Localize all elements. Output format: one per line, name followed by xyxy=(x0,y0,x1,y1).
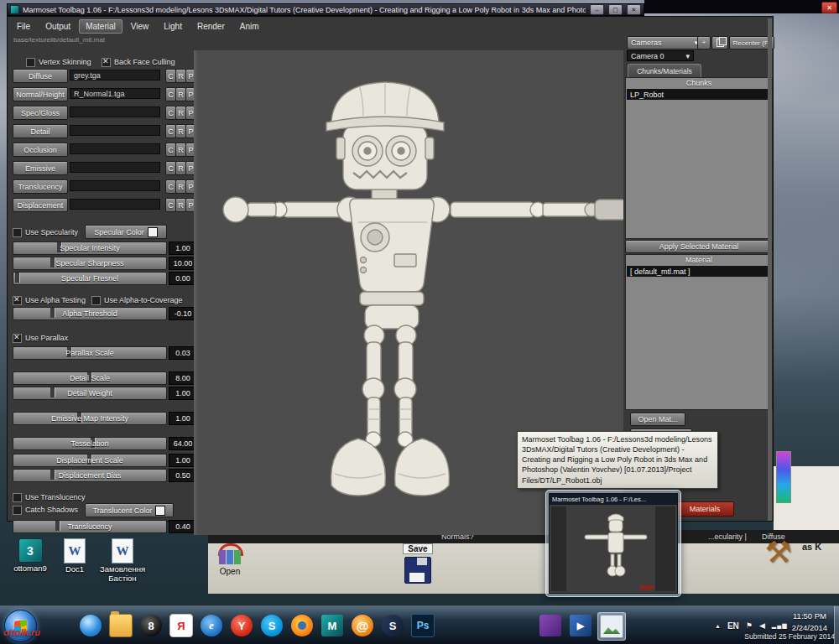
duplicate-camera-button[interactable] xyxy=(711,36,728,49)
menu-anim[interactable]: Anim xyxy=(233,19,266,34)
slider-translucency[interactable]: Translucency xyxy=(13,520,167,533)
taskbar-icon-image-viewer[interactable] xyxy=(597,612,626,641)
desktop-icon-zamovlennya[interactable]: W Замовлення Бастіон xyxy=(91,538,154,584)
maximize-button[interactable]: ▢ xyxy=(608,4,623,15)
desktop-icon-save-floppy[interactable]: Save xyxy=(394,540,441,584)
title-bar[interactable]: Marmoset Toolbag 1.06 - F:/Lessons3d mod… xyxy=(7,3,644,16)
language-indicator[interactable]: EN xyxy=(727,621,739,631)
start-button[interactable] xyxy=(4,610,37,642)
taskbar-icon-photoshop[interactable]: Ps xyxy=(409,612,436,639)
camera-select[interactable]: Camera 0 ▾ xyxy=(627,50,694,61)
materials-red-button[interactable]: Materials xyxy=(675,501,734,517)
menu-render[interactable]: Render xyxy=(190,19,232,34)
volume-icon[interactable]: ◀ xyxy=(759,621,765,630)
value-emissive-map-intensity[interactable]: 1.00 xyxy=(169,412,197,425)
slider-detail-weight[interactable]: Detail Weight xyxy=(13,387,167,400)
texture-slot-diffuse-button[interactable]: Diffuse xyxy=(13,69,68,83)
checkbox-back-face-culling[interactable]: Back Face Culling xyxy=(102,57,175,67)
slider-detail-scale[interactable]: Detail Scale xyxy=(13,371,167,385)
slider-parallax-scale[interactable]: Parallax Scale xyxy=(13,346,167,360)
value-tessellation[interactable]: 64.00 xyxy=(169,437,197,450)
checkbox-use-alpha-to-coverage[interactable]: Use Alpha-to-Coverage xyxy=(91,295,183,305)
minimize-button[interactable]: – xyxy=(590,4,604,15)
hidden-icons-arrow[interactable]: ▲ xyxy=(715,623,721,629)
checkbox-vertex-skinning[interactable]: Vertex Skinning xyxy=(26,57,91,67)
translucent-color-button[interactable]: Translucent Color xyxy=(85,503,174,517)
chunk-list-item-selected[interactable]: LP_Robot xyxy=(627,89,771,100)
slider-specular-intensity[interactable]: Specular Intensity xyxy=(13,242,167,255)
texture-file-detail[interactable] xyxy=(70,125,160,136)
checkbox-catch-shadows[interactable]: Catch Shadows xyxy=(13,505,78,515)
background-close-button[interactable]: ✕ xyxy=(821,2,837,13)
taskbar-icon-internet-explorer[interactable]: e xyxy=(198,612,225,639)
taskbar-icon-violet-app[interactable] xyxy=(537,612,564,639)
texture-file-normal[interactable]: R_Normal1.tga xyxy=(70,88,160,99)
right-panel-scrollbar[interactable] xyxy=(768,18,772,521)
taskbar-thumbnail-preview[interactable]: Marmoset Toolbag 1.06 - F:/Les... xyxy=(545,490,681,597)
value-specular-intensity[interactable]: 1.00 xyxy=(169,242,197,255)
checkbox-use-specularity[interactable]: Use Specularity xyxy=(13,227,78,237)
taskbar-icon-steam[interactable]: S xyxy=(379,612,406,639)
menu-file[interactable]: File xyxy=(10,19,37,34)
texture-slot-displacement-button[interactable]: Displacement xyxy=(13,198,68,212)
value-parallax-scale[interactable]: 0.03 xyxy=(169,346,197,360)
add-camera-button[interactable]: + xyxy=(697,36,711,49)
taskbar-icon-eight-ball[interactable]: 8 xyxy=(138,612,164,639)
checkbox-use-parallax[interactable]: Use Parallax xyxy=(13,333,68,343)
taskbar-icon-mail-agent[interactable]: @ xyxy=(349,612,376,639)
texture-file-displacement[interactable] xyxy=(70,199,160,210)
desktop-icon-tools[interactable]: ⚒ xyxy=(753,535,804,570)
menu-material[interactable]: Material xyxy=(79,19,122,34)
texture-file-occlusion[interactable] xyxy=(70,143,160,154)
texture-file-spec[interactable] xyxy=(70,106,160,117)
action-center-flag-icon[interactable]: ⚑ xyxy=(746,621,753,630)
tab-chunks-materials[interactable]: Chunks/Materials xyxy=(628,64,701,77)
cameras-dropdown[interactable]: Cameras ▾ xyxy=(627,36,702,49)
taskbar-icon-yandex[interactable]: Я xyxy=(168,612,195,639)
value-displacement-bias[interactable]: 0.50 xyxy=(169,469,197,482)
slider-displacement-bias[interactable]: Displacement Bias xyxy=(13,469,167,482)
value-alpha-threshold[interactable]: -0.10 xyxy=(169,307,197,320)
desktop-icon-open-archive[interactable]: Open xyxy=(206,543,253,577)
desktop-icon-ottoman9[interactable]: 3 ottoman9 xyxy=(3,538,57,574)
checkbox-use-translucency[interactable]: Use Translucency xyxy=(13,492,86,502)
open-mat-button[interactable]: Open Mat... xyxy=(630,413,685,426)
value-detail-scale[interactable]: 8.00 xyxy=(169,371,197,385)
texture-file-translucency[interactable] xyxy=(70,180,160,191)
taskbar-icon-firefox[interactable] xyxy=(289,612,315,639)
menu-light[interactable]: Light xyxy=(157,19,189,34)
value-specular-fresnel[interactable]: 0.00 xyxy=(169,272,197,285)
value-detail-weight[interactable]: 1.00 xyxy=(169,387,197,400)
slider-displacement-scale[interactable]: Displacement Scale xyxy=(13,454,167,467)
apply-selected-material-button[interactable]: Apply Selected Material xyxy=(625,240,773,253)
slider-alpha-threshold[interactable]: Alpha Threshold xyxy=(13,307,167,320)
checkbox-use-alpha-testing[interactable]: Use Alpha Testing xyxy=(13,295,86,305)
taskbar-icon-skype[interactable]: S xyxy=(258,612,285,639)
menu-view[interactable]: View xyxy=(124,19,156,34)
taskbar-clock[interactable]: 11:50 PM 2/24/2014 xyxy=(785,610,834,634)
value-translucency[interactable]: 0.40 xyxy=(169,520,197,533)
slider-specular-sharpness[interactable]: Specular Sharpness xyxy=(13,257,167,270)
texture-slot-emissive-button[interactable]: Emissive xyxy=(13,161,68,175)
texture-file-emissive[interactable] xyxy=(70,162,160,173)
texture-slot-detail-button[interactable]: Detail xyxy=(13,124,68,138)
taskbar-icon-folder[interactable] xyxy=(107,612,134,639)
texture-slot-occlusion-button[interactable]: Occlusion xyxy=(13,143,68,157)
slider-specular-fresnel[interactable]: Specular Fresnel xyxy=(13,272,167,285)
close-button[interactable]: ✕ xyxy=(627,4,641,15)
specular-color-button[interactable]: Specular Color xyxy=(85,225,167,239)
texture-slot-normal-height-button[interactable]: Normal/Height xyxy=(13,87,68,101)
slider-emissive-map-intensity[interactable]: Emissive Map Intensity xyxy=(13,412,167,425)
texture-slot-spec-gloss-button[interactable]: Spec/Gloss xyxy=(13,106,68,120)
value-displacement-scale[interactable]: 1.00 xyxy=(169,454,197,467)
menu-output[interactable]: Output xyxy=(39,19,77,34)
taskbar-icon-3dsmax[interactable]: M xyxy=(319,612,346,639)
material-list-item-selected[interactable]: [ default_mtl.mat ] xyxy=(627,266,771,277)
value-specular-sharpness[interactable]: 10.00 xyxy=(169,257,197,270)
taskbar-icon-media-player[interactable]: ▶ xyxy=(567,612,594,639)
taskbar-icon-yandex-browser[interactable]: Y xyxy=(228,612,255,639)
slider-tessellation[interactable]: Tesselation xyxy=(13,437,167,450)
texture-slot-translucency-button[interactable]: Translucency xyxy=(13,179,68,194)
texture-file-diffuse[interactable]: grey.tga xyxy=(70,70,160,80)
taskbar-icon-torch-browser[interactable] xyxy=(77,612,104,639)
